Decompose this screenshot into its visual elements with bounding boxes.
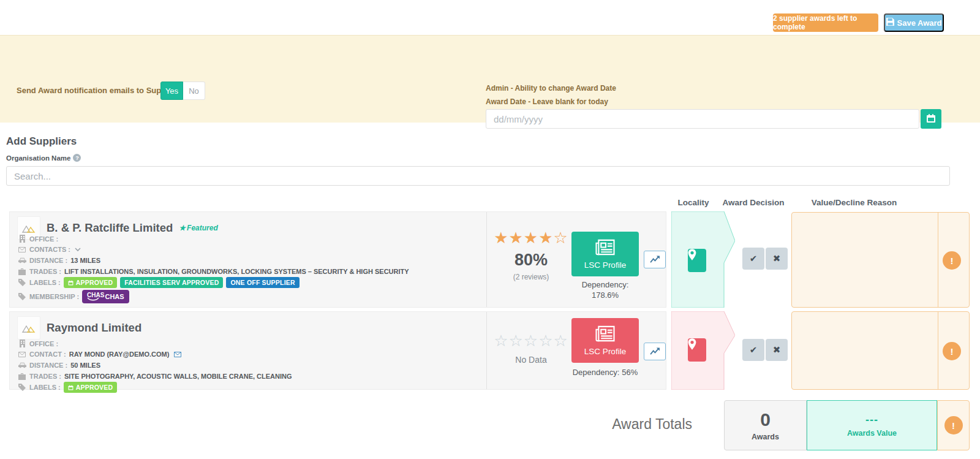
column-header-award-decision: Award Decision <box>710 198 796 207</box>
value-decline-cell[interactable]: ! <box>791 212 970 308</box>
toggle-yes-button[interactable]: Yes <box>160 82 183 100</box>
supplier-header: Raymond Limited <box>17 316 141 340</box>
badge-facilities-approved: FACILITIES SERV APPROVED <box>120 277 223 288</box>
map-pin-button[interactable] <box>688 249 706 272</box>
badge-one-off-supplier: ONE OFF SUPPLIER <box>226 277 299 288</box>
membership-line: MEMBERSHIP : CHAS CHAS <box>18 290 129 303</box>
badge-text: ONE OFF SUPPLIER <box>230 279 295 286</box>
award-date-input[interactable] <box>486 109 919 129</box>
card-divider <box>486 312 487 389</box>
office-line: OFFICE : <box>18 235 58 243</box>
toggle-no-button[interactable]: No <box>183 82 205 100</box>
featured-star-icon: ★ <box>179 224 186 232</box>
star-rating: ★★★★☆ <box>491 230 571 246</box>
approve-button[interactable]: ✔ <box>742 248 764 270</box>
tag-icon <box>18 384 26 391</box>
dependency-value: 56% <box>622 368 638 377</box>
distance-label: DISTANCE : <box>29 362 67 369</box>
trades-line: TRADES : SITE PHOTOGRAPHY, ACOUSTIC WALL… <box>18 373 292 380</box>
contact-value: RAY MOND (RAY@DEMO.COM) <box>69 351 170 358</box>
labels-label: LABELS : <box>29 384 61 391</box>
distance-line: DISTANCE : 13 MILES <box>18 257 100 264</box>
labels-line: LABELS : APPROVED <box>18 382 117 393</box>
card-divider <box>486 212 487 307</box>
featured-label: Featured <box>187 224 218 232</box>
car-icon <box>18 257 26 264</box>
chevron-down-icon[interactable] <box>75 248 81 252</box>
distance-label: DISTANCE : <box>29 257 67 264</box>
contact-line: CONTACT : RAY MOND (RAY@DEMO.COM) <box>18 351 181 358</box>
calendar-mini-icon <box>68 280 74 286</box>
award-decision-buttons: ✔ ✖ <box>742 248 788 270</box>
office-line: OFFICE : <box>18 340 58 347</box>
lsc-profile-button[interactable]: LSC Profile <box>571 232 639 276</box>
decline-button[interactable]: ✖ <box>766 339 788 361</box>
decline-button[interactable]: ✖ <box>766 248 788 270</box>
badge-approved: APPROVED <box>64 382 118 393</box>
trades-label: TRADES : <box>29 268 61 275</box>
dependency-text: Dependency: 178.6% <box>565 279 645 300</box>
chas-text: CHAS <box>105 293 124 300</box>
award-decision-buttons: ✔ ✖ <box>742 339 788 361</box>
email-envelope-icon[interactable] <box>174 352 181 357</box>
labels-line: LABELS : APPROVED FACILITIES SERV APPROV… <box>18 277 300 288</box>
line-chart-icon <box>650 347 660 357</box>
calendar-icon <box>926 113 936 125</box>
badge-text: APPROVED <box>76 384 113 391</box>
dependency-label: Dependency: <box>573 368 620 377</box>
map-pin-button[interactable] <box>688 338 706 362</box>
badge-approved: APPROVED <box>64 277 118 288</box>
labels-label: LABELS : <box>29 279 61 286</box>
save-label: Save Award <box>897 18 942 28</box>
value-decline-cell[interactable]: ! <box>791 311 970 390</box>
badge-text: APPROVED <box>76 279 113 286</box>
contacts-label: CONTACTS : <box>29 246 70 253</box>
distance-value: 50 MILES <box>70 362 100 369</box>
briefcase-icon <box>18 268 26 275</box>
performance-chart-button[interactable] <box>644 343 666 360</box>
envelope-icon <box>18 352 26 357</box>
performance-chart-button[interactable] <box>644 251 666 268</box>
column-header-value-decline: Value/Decline Reason <box>791 198 917 207</box>
chas-logo: CHAS <box>87 292 104 298</box>
badge-text: FACILITIES SERV APPROVED <box>124 279 219 286</box>
organisation-name-label: Organisation Name ? <box>6 154 81 162</box>
chas-membership-badge: CHAS CHAS <box>82 290 129 303</box>
supplier-search-input[interactable] <box>6 166 950 186</box>
alert-icon: ! <box>943 251 961 270</box>
distance-line: DISTANCE : 50 MILES <box>18 362 100 369</box>
houses-icon <box>21 324 36 333</box>
trades-value: LIFT INSTALLATIONS, INSULATION, GROUNDWO… <box>64 268 409 275</box>
rating-percent: 80% <box>491 251 571 270</box>
map-pin-icon <box>688 338 696 350</box>
lsc-profile-button[interactable]: LSC Profile <box>571 318 639 363</box>
awards-value-caption: Awards Value <box>847 429 897 438</box>
calendar-mini-icon <box>68 385 74 390</box>
membership-label: MEMBERSHIP : <box>29 293 79 300</box>
car-icon <box>18 362 26 368</box>
award-suppliers-page: 2 supplier awards left to complete Save … <box>0 0 980 459</box>
totals-value-box: --- Awards Value <box>807 400 937 450</box>
office-label: OFFICE : <box>29 235 58 243</box>
building-icon <box>18 340 26 347</box>
awards-count: 0 <box>760 409 771 430</box>
supplier-name: B. & P. Ratcliffe Limited <box>47 221 173 235</box>
tag-icon <box>18 279 26 286</box>
reviews-count: (2 reviews) <box>491 273 571 281</box>
approve-button[interactable]: ✔ <box>742 339 764 361</box>
no-data-label: No Data <box>491 355 571 365</box>
save-award-button[interactable]: Save Award <box>884 13 944 32</box>
building-icon <box>18 235 26 243</box>
awards-left-badge: 2 supplier awards left to complete <box>773 13 878 32</box>
houses-icon <box>21 224 36 233</box>
organisation-name-text: Organisation Name <box>6 154 70 162</box>
dependency-text: Dependency:56% <box>556 367 654 377</box>
office-label: OFFICE : <box>29 340 58 347</box>
award-date-hint-label: Award Date - Leave blank for today <box>486 97 608 106</box>
lsc-profile-label: LSC Profile <box>584 347 626 356</box>
line-chart-icon <box>650 255 660 265</box>
calendar-button[interactable] <box>921 109 941 129</box>
briefcase-icon <box>18 373 26 380</box>
add-suppliers-title: Add Suppliers <box>6 135 77 148</box>
help-icon[interactable]: ? <box>73 154 81 162</box>
